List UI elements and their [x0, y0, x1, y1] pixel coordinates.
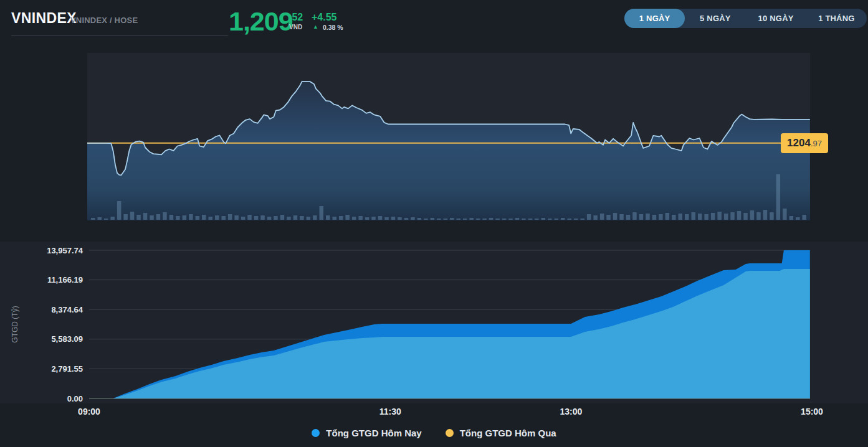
volume-bar [384, 217, 389, 220]
y-axis-title: GTGD (Tỷ) [11, 306, 19, 342]
volume-bar [587, 214, 591, 220]
volume-bar [189, 214, 193, 220]
tab-5-ngay[interactable]: 5 NGÀY [685, 9, 745, 28]
volume-bar [143, 213, 148, 220]
volume-bar [730, 212, 735, 220]
legend-label-hom-nay: Tổng GTGD Hôm Nay [326, 428, 421, 438]
volume-bar [241, 217, 246, 220]
tab-1-ngay[interactable]: 1 NGÀY [624, 9, 685, 28]
volume-bar [300, 216, 304, 220]
volume-bar [626, 215, 631, 220]
y-axis-tick-label: 13,957.74 [47, 246, 83, 255]
volume-bar [293, 215, 298, 220]
volume-bar [163, 212, 167, 220]
volume-bar [482, 219, 487, 220]
price-change: +4.55 [312, 12, 336, 23]
charts-canvas: 0.002,791.555,583.098,374.6411,166.1913,… [0, 0, 868, 447]
volume-bar [555, 219, 559, 220]
volume-bar [796, 217, 800, 220]
volume-bar [717, 212, 722, 220]
legend-label-hom-qua: Tổng GTGD Hôm Qua [460, 428, 556, 438]
volume-bar [606, 215, 611, 220]
reference-price-main: 1204 [787, 137, 811, 149]
volume-bar [378, 216, 383, 220]
tab-10-ngay[interactable]: 10 NGÀY [746, 9, 806, 28]
symbol-exchange-label: VNINDEX / HOSE [70, 16, 138, 25]
volume-bar [489, 218, 494, 220]
volume-bar [222, 216, 226, 220]
volume-bar [123, 214, 128, 220]
volume-bar [339, 216, 343, 220]
volume-bar [437, 219, 441, 220]
volume-bar [150, 215, 154, 220]
volume-bar [411, 217, 415, 220]
volume-bar [685, 214, 689, 220]
volume-bar [326, 215, 330, 220]
y-axis-tick-label: 11,166.19 [47, 275, 83, 285]
volume-bar [209, 217, 213, 220]
volume-bar [593, 215, 598, 220]
volume-bar [91, 218, 95, 220]
vnindex-dashboard: 0.002,791.555,583.098,374.6411,166.1913,… [0, 0, 868, 447]
volume-bar [574, 219, 578, 220]
volume-bar [803, 215, 807, 220]
tab-1-thang[interactable]: 1 THÁNG [806, 9, 867, 28]
volume-bar [254, 216, 259, 220]
volume-bar [548, 219, 552, 220]
volume-bar [495, 219, 500, 220]
volume-bar [136, 215, 141, 220]
volume-bar [313, 215, 317, 220]
volume-bar [98, 217, 102, 220]
volume-bar [450, 218, 454, 220]
volume-bar [502, 219, 507, 220]
volume-bar [776, 174, 781, 220]
volume-bar [711, 213, 715, 220]
volume-bar [333, 217, 337, 220]
volume-bar [352, 217, 356, 220]
volume-bar [698, 214, 702, 220]
volume-bar [469, 218, 474, 220]
volume-bar [522, 219, 526, 220]
volume-bar [130, 212, 135, 220]
currency-label: VND [289, 24, 302, 31]
y-axis-tick-label: 8,374.64 [51, 305, 83, 314]
volume-bar [398, 217, 402, 220]
x-axis-tick-label: 11:30 [379, 407, 401, 416]
timeframe-tabs: 1 NGÀY 5 NGÀY 10 NGÀY 1 THÁNG [624, 9, 867, 28]
volume-bar [228, 214, 232, 220]
volume-bar [260, 215, 265, 220]
volume-bar [508, 219, 513, 220]
blue-dot-icon [312, 429, 320, 437]
legend-item-hom-nay[interactable]: Tổng GTGD Hôm Nay [312, 428, 421, 438]
volume-bar [600, 214, 604, 220]
volume-bar [750, 210, 755, 220]
volume-bar [515, 218, 520, 220]
volume-bar [183, 215, 187, 220]
volume-bar [365, 217, 370, 220]
volume-bar [619, 214, 624, 220]
reference-price-frac: .97 [811, 139, 822, 148]
volume-bar [613, 213, 618, 220]
volume-bar [756, 212, 761, 220]
volume-bar [307, 217, 311, 220]
volume-bar [280, 215, 285, 220]
y-axis-tick-label: 0.00 [67, 394, 83, 403]
volume-bar [404, 218, 409, 220]
volume-bar [770, 212, 774, 220]
y-axis-tick-label: 2,791.55 [51, 364, 83, 374]
page-title: VNINDEX [11, 10, 77, 27]
volume-bar [215, 215, 219, 220]
volume-bar [156, 214, 161, 220]
volume-bar [528, 219, 533, 220]
volume-bar [234, 215, 239, 220]
volume-bar [267, 217, 272, 220]
legend-item-hom-qua[interactable]: Tổng GTGD Hôm Qua [446, 428, 556, 438]
volume-bar [417, 218, 422, 220]
x-axis-tick-label: 09:00 [78, 407, 100, 416]
volume-bar [287, 217, 291, 220]
volume-bar [646, 214, 650, 220]
volume-bar [692, 212, 696, 220]
volume-bar [247, 215, 252, 220]
price-change-percent: 0.38 % [323, 24, 343, 31]
volume-bar [672, 215, 676, 220]
